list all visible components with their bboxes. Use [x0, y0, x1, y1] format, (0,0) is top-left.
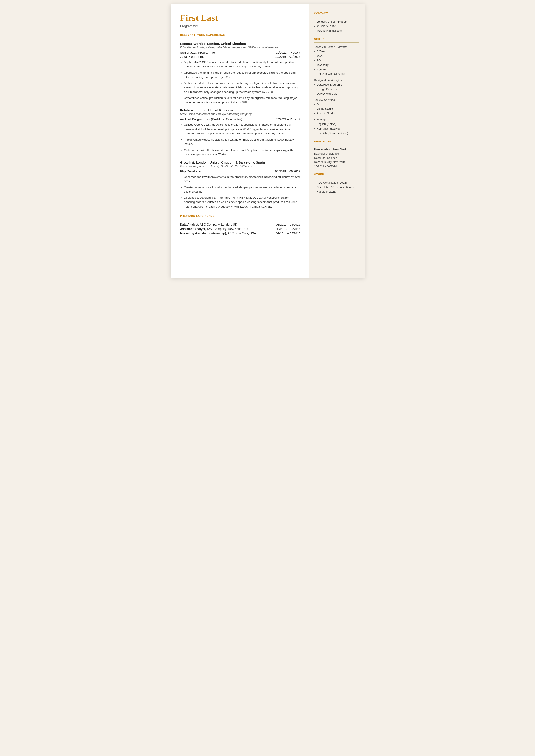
left-column: First Last Programmer RELEVANT WORK EXPE… [171, 4, 309, 278]
job-title-senior-java: Senior Java Programmer [180, 51, 216, 54]
job-title-php: Php Developer [180, 169, 202, 173]
bullet-list-growthsi: Spearheaded key improvements in the prop… [184, 175, 300, 209]
previous-exp-heading: PREVIOUS EXPERIENCE [180, 214, 300, 217]
right-column: CONTACT London, United Kingdom +1 234 56… [309, 4, 365, 278]
company-name-polyhire: Polyhire, London, United Kingdom [180, 108, 300, 112]
contact-location: London, United Kingdom [314, 20, 359, 24]
job-row-java: Java Programmer 10/2019 – 01/2022 [180, 55, 300, 58]
other-item: ABC Certification (2022) [314, 181, 359, 185]
education-heading: EDUCATION [314, 140, 359, 143]
candidate-title: Programmer [180, 24, 300, 28]
bullet-item: Streamlined critical production tickets … [184, 96, 300, 105]
prev-exp-bold: Data Analyst, [180, 223, 199, 226]
job-title-android: Android Programmer (Part-time Contractor… [180, 117, 242, 121]
job-title-java: Java Programmer [180, 55, 206, 58]
tool-item: Git [314, 102, 359, 107]
skill-item: Amazon Web Services [314, 72, 359, 76]
technical-skills-list: C/C++ Java SQL Javascript JQuery Amazon … [314, 49, 359, 76]
skill-item: C/C++ [314, 49, 359, 54]
candidate-name: First Last [180, 13, 300, 23]
job-dates-java: 10/2019 – 01/2022 [275, 55, 300, 58]
contact-phone: +1 234 567 890 [314, 24, 359, 29]
other-list: ABC Certification (2022) Completed 10+ c… [314, 181, 359, 194]
other-item: Completed 10+ competitions on Kaggle in … [314, 185, 359, 194]
skill-item: Java [314, 54, 359, 58]
prev-exp-rest: ABC, New York, USA [227, 232, 256, 235]
language-item: English (Native) [314, 122, 359, 126]
skill-item: SQL [314, 58, 359, 63]
relevant-work-heading: RELEVANT WORK EXPERIENCE [180, 33, 300, 37]
job-dates-android: 07/2021 – Present [276, 118, 300, 121]
prev-exp-dates: 06/2016 – 05/2017 [276, 227, 300, 231]
edu-dates: 10/2011 - 06/2014 [314, 164, 359, 169]
company-location: London, United Kingdom [194, 108, 233, 112]
job-block-polyhire: Polyhire, London, United Kingdom NYSE-li… [180, 108, 300, 157]
bullet-list-polyhire: Utilized OpenGL ES, hardware acceleratio… [184, 123, 300, 157]
company-name-growthsi: Growthsi, London, United Kingdom & Barce… [180, 160, 300, 164]
design-item: Design Patterns [314, 87, 359, 92]
bullet-item: Architected & developed a process for tr… [184, 81, 300, 94]
prev-exp-bold: Marketing Assistant (Internship), [180, 232, 227, 235]
design-list: Data Flow Diagrams Design Patterns OOAD … [314, 83, 359, 96]
prev-exp-dates: 06/2017 – 05/2018 [276, 223, 300, 226]
bullet-item: Utilized OpenGL ES, hardware acceleratio… [184, 123, 300, 136]
prev-exp-rest: ABC Company, London, UK [199, 223, 237, 226]
prev-exp-title: Assistant Analyst, XYZ Company, New York… [180, 227, 249, 231]
skills-heading: SKILLS [314, 38, 359, 41]
company-desc-resume-worded: Education technology startup with 50+ em… [180, 46, 300, 49]
bullet-item: Designed & developed an internal CRM in … [184, 196, 300, 209]
bullet-item: Collaborated with the backend team to co… [184, 148, 300, 157]
tools-label: Tools & Services: [314, 98, 359, 101]
company-location: London, United Kingdom [207, 42, 246, 45]
other-heading: OTHER [314, 173, 359, 176]
company-name-bold: Polyhire, [180, 108, 194, 112]
resume-page: First Last Programmer RELEVANT WORK EXPE… [171, 4, 365, 278]
skill-item: Javascript [314, 63, 359, 68]
contact-email: first.last@gmail.com [314, 29, 359, 33]
education-block: University of New York Bachelor of Scien… [314, 148, 359, 168]
skill-item: JQuery [314, 68, 359, 72]
language-item: Spanish (Conversational) [314, 131, 359, 136]
design-item: Data Flow Diagrams [314, 83, 359, 87]
bullet-item: Optimized the landing page through the r… [184, 71, 300, 79]
bullet-item: Created a tax application which enhanced… [184, 185, 300, 194]
design-item: OOAD with UML [314, 92, 359, 96]
edu-degree: Bachelor of Science [314, 152, 359, 156]
prev-exp-row-data-analyst: Data Analyst, ABC Company, London, UK 06… [180, 223, 300, 226]
job-row-android: Android Programmer (Part-time Contractor… [180, 117, 300, 121]
language-item: Romanian (Native) [314, 126, 359, 131]
tool-item: Visual Studio [314, 107, 359, 111]
contact-heading: CONTACT [314, 12, 359, 15]
design-methodologies-label: Design Methodologies: [314, 78, 359, 82]
job-block-growthsi: Growthsi, London, United Kingdom & Barce… [180, 160, 300, 209]
tools-list: Git Visual Studio Android Studio [314, 102, 359, 116]
edu-field: Computer Science [314, 156, 359, 160]
job-row-php: Php Developer 06/2018 – 09/2019 [180, 169, 300, 173]
prev-exp-title: Marketing Assistant (Internship), ABC, N… [180, 232, 256, 235]
edu-location: New York City, New York [314, 160, 359, 164]
job-block-resume-worded: Resume Worded, London, United Kingdom Ed… [180, 42, 300, 104]
prev-exp-dates: 09/2014 – 05/2015 [276, 232, 300, 235]
company-name-bold: Resume Worded, [180, 42, 207, 45]
job-row-senior-java: Senior Java Programmer 01/2022 – Present [180, 51, 300, 54]
company-name-resume-worded: Resume Worded, London, United Kingdom [180, 42, 300, 46]
prev-exp-rest: XYZ Company, New York, USA [206, 227, 248, 231]
company-desc-growthsi: Career training and membership SaaS with… [180, 164, 300, 168]
technical-skills-label: Technical Skills & Software: [314, 45, 359, 48]
prev-exp-bold: Assistant Analyst, [180, 227, 206, 231]
job-dates-senior-java: 01/2022 – Present [276, 51, 300, 54]
company-location: London, United Kingdom & Barcelona, Spai… [195, 160, 265, 164]
prev-exp-row-marketing-assistant: Marketing Assistant (Internship), ABC, N… [180, 232, 300, 235]
skills-divider [314, 42, 359, 43]
tool-item: Android Studio [314, 111, 359, 116]
prev-exp-title: Data Analyst, ABC Company, London, UK [180, 223, 237, 226]
previous-exp-divider [180, 219, 300, 219]
edu-university: University of New York [314, 148, 359, 151]
company-name-bold: Growthsi, [180, 160, 195, 164]
bullet-item: Applied JAVA OOP concepts to introduce a… [184, 60, 300, 69]
languages-list: English (Native) Romanian (Native) Spani… [314, 122, 359, 135]
prev-exp-row-assistant-analyst: Assistant Analyst, XYZ Company, New York… [180, 227, 300, 231]
bullet-item: Implemented widescale application testin… [184, 137, 300, 146]
job-dates-php: 06/2018 – 09/2019 [275, 170, 300, 173]
bullet-item: Spearheaded key improvements in the prop… [184, 175, 300, 183]
